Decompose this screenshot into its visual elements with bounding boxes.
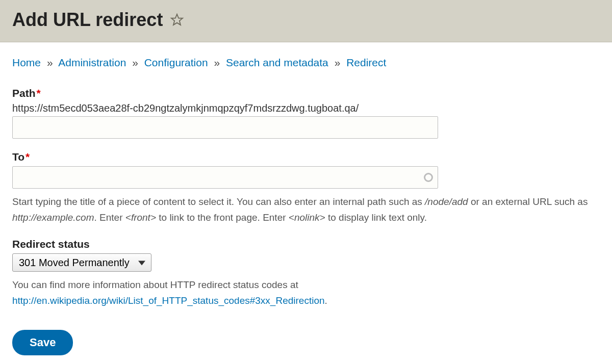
path-input[interactable] [12,116,438,139]
breadcrumb-separator: » [214,57,220,68]
breadcrumb-redirect[interactable]: Redirect [346,57,386,68]
redirect-status-description: You can find more information about HTTP… [12,277,600,309]
status-desc-suffix: . [325,295,327,306]
breadcrumb-separator: » [47,57,53,68]
to-desc-em: <front> [125,212,156,223]
to-desc-em: http://example.com [12,212,94,223]
redirect-status-label: Redirect status [12,238,600,250]
to-desc-text: to link to the front page. Enter [156,212,289,223]
to-desc-text: . Enter [94,212,125,223]
to-label: To* [12,151,600,163]
to-desc-em: /node/add [425,196,468,207]
form-item-path: Path* https://stm5ecd053aea28f-cb29ngtza… [12,87,600,139]
path-prefix: https://stm5ecd053aea28f-cb29ngtzalymkjn… [12,102,600,114]
path-label: Path* [12,87,600,99]
favorite-star-icon[interactable] [170,13,184,27]
path-label-text: Path [12,87,36,99]
status-codes-link[interactable]: http://en.wikipedia.org/wiki/List_of_HTT… [12,295,325,306]
form-item-to: To* Start typing the title of a piece of… [12,151,600,226]
form-item-redirect-status: Redirect status 301 Moved Permanently Yo… [12,238,600,309]
breadcrumb-separator: » [335,57,341,68]
breadcrumb-search-and-metadata[interactable]: Search and metadata [226,57,328,68]
to-desc-text: to display link text only. [325,212,427,223]
required-marker: * [37,87,41,99]
page-title: Add URL redirect [12,9,163,31]
breadcrumb: Home » Administration » Configuration » … [12,57,600,69]
to-desc-text: or an external URL such as [468,196,588,207]
save-button[interactable]: Save [12,330,73,355]
breadcrumb-home[interactable]: Home [12,57,41,68]
to-description: Start typing the title of a piece of con… [12,194,600,226]
status-desc-text: You can find more information about HTTP… [12,279,298,290]
svg-marker-0 [171,14,183,25]
page-header: Add URL redirect [0,0,612,42]
to-desc-text: Start typing the title of a piece of con… [12,196,425,207]
breadcrumb-configuration[interactable]: Configuration [144,57,208,68]
redirect-status-select[interactable]: 301 Moved Permanently [12,253,151,272]
to-desc-em: <nolink> [289,212,325,223]
required-marker: * [26,151,30,163]
breadcrumb-separator: » [132,57,138,68]
to-label-text: To [12,151,24,163]
breadcrumb-administration[interactable]: Administration [58,57,126,68]
to-input[interactable] [12,166,438,189]
